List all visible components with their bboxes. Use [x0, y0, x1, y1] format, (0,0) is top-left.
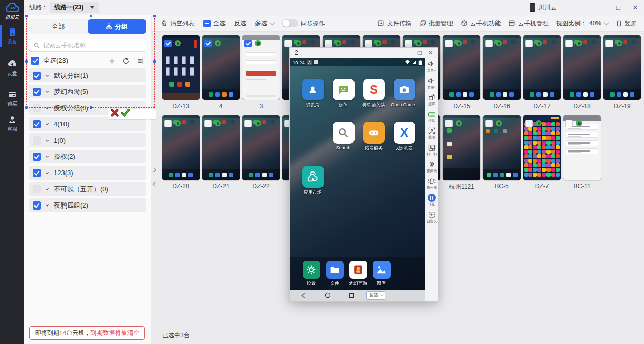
collapse-groups-icon[interactable]	[137, 57, 144, 65]
group-row[interactable]: 梦幻西游(5)	[29, 85, 146, 98]
chevron-down-icon[interactable]	[44, 89, 50, 95]
device-thumbnail[interactable]	[483, 115, 521, 180]
device-checkbox[interactable]	[445, 120, 453, 127]
device-thumbnail[interactable]	[443, 115, 480, 180]
device-checkbox[interactable]	[605, 40, 613, 47]
tab-groups[interactable]: 分组	[88, 19, 147, 34]
invert-select-button[interactable]: 反选	[234, 19, 246, 28]
control-stop[interactable]: 停止	[428, 194, 436, 207]
select-all-toolbar[interactable]: 全选	[203, 19, 226, 28]
select-all-indeterminate-checkbox[interactable]	[203, 20, 211, 27]
group-checkbox[interactable]	[33, 136, 41, 145]
group-row[interactable]: 授权(2)	[29, 150, 146, 163]
phone-functions-button[interactable]: 云手机功能	[461, 19, 501, 28]
device-thumbnail[interactable]	[483, 35, 521, 100]
control-volume-up[interactable]: 音量+	[426, 60, 437, 73]
refresh-icon[interactable]	[122, 57, 130, 65]
device-checkbox[interactable]	[405, 40, 412, 47]
device-checkbox[interactable]	[204, 120, 212, 127]
add-group-icon[interactable]	[108, 57, 116, 65]
device-thumbnail[interactable]	[603, 35, 641, 100]
group-checkbox[interactable]	[33, 201, 41, 210]
device-thumbnail[interactable]	[563, 35, 601, 100]
sync-operation-toggle[interactable]: 同步操作	[282, 19, 325, 28]
app-contacts-icon[interactable]: 通讯录	[299, 79, 327, 109]
group-row[interactable]: 123(3)	[29, 166, 146, 180]
device-checkbox[interactable]	[244, 40, 252, 47]
device-checkbox[interactable]	[164, 40, 172, 47]
phone-maximize-button[interactable]: □	[418, 49, 422, 56]
clear-list-button[interactable]: 清空列表	[160, 19, 195, 28]
group-row[interactable]: 不可以（五开）(0)	[29, 182, 146, 196]
group-checkbox[interactable]	[33, 169, 41, 177]
control-webcam[interactable]: 摄像头	[426, 160, 438, 174]
device-checkbox[interactable]	[204, 40, 212, 47]
annotation-confirm-icon[interactable]	[121, 108, 130, 117]
select-all-checkbox[interactable]	[31, 57, 39, 65]
expand-right-icon[interactable]	[152, 166, 157, 174]
phone-window-titlebar[interactable]: 2 – □ ✕	[289, 47, 438, 58]
control-custom[interactable]: 自定义	[426, 211, 438, 224]
device-checkbox[interactable]	[525, 40, 533, 47]
portrait-button[interactable]: 竖屏	[616, 19, 637, 28]
phone-manage-button[interactable]: 云手机管理	[508, 19, 549, 28]
device-checkbox[interactable]	[325, 40, 332, 47]
chevron-down-icon[interactable]	[44, 121, 50, 127]
chevron-down-icon[interactable]	[44, 137, 50, 144]
device-thumbnail[interactable]	[162, 115, 200, 180]
group-checkbox[interactable]	[33, 120, 41, 128]
nav-recent-button[interactable]	[348, 292, 355, 299]
device-thumbnail[interactable]	[523, 115, 561, 180]
chevron-down-icon[interactable]	[44, 170, 50, 176]
collapse-left-icon[interactable]	[152, 181, 157, 188]
group-checkbox[interactable]	[33, 153, 41, 161]
group-checkbox[interactable]	[33, 72, 41, 80]
control-volume-down[interactable]: 音量-	[427, 77, 436, 90]
control-shake[interactable]: 摇一摇	[426, 177, 438, 190]
control-rotate[interactable]: 旋屏	[428, 93, 436, 107]
sidebar-item-购买[interactable]: 购买	[0, 89, 24, 108]
device-checkbox[interactable]	[565, 120, 573, 127]
phone-screen[interactable]: 10:24 A 通讯录短信S搜狗输入法Open Came..Search拓展服务…	[290, 58, 425, 301]
batch-manage-button[interactable]: 批量管理	[419, 19, 453, 28]
chevron-down-icon[interactable]	[44, 154, 50, 160]
nav-home-button[interactable]	[324, 292, 331, 299]
device-checkbox[interactable]	[485, 40, 493, 47]
group-row[interactable]: 1(0)	[29, 133, 146, 147]
app-gamepad-icon[interactable]: 拓展服务	[360, 122, 388, 152]
device-checkbox[interactable]	[244, 120, 252, 127]
sidebar-item-设备[interactable]: 设备	[0, 27, 24, 45]
app-search-icon[interactable]: Search	[329, 122, 358, 150]
device-thumbnail[interactable]	[563, 115, 601, 180]
line-select[interactable]: 线路一(23)	[50, 2, 99, 13]
device-checkbox[interactable]	[164, 120, 172, 127]
dock-settings-icon[interactable]: 设置	[300, 261, 323, 287]
app-xbrowser-icon[interactable]: XX浏览器	[390, 122, 418, 152]
dock-gallery-icon[interactable]: 图库	[370, 261, 393, 287]
group-checkbox[interactable]	[33, 185, 41, 193]
device-thumbnail[interactable]	[242, 115, 280, 180]
annotation-cancel-icon[interactable]	[110, 108, 119, 117]
device-thumbnail[interactable]	[523, 35, 561, 100]
device-thumbnail[interactable]	[202, 35, 240, 100]
device-checkbox[interactable]	[485, 120, 493, 127]
group-checkbox[interactable]	[33, 88, 41, 96]
quality-select[interactable]: 超清	[366, 291, 385, 300]
chevron-down-icon[interactable]	[44, 186, 50, 192]
chevron-down-icon[interactable]	[44, 202, 50, 209]
tab-all[interactable]: 全部	[29, 19, 88, 34]
toggle-off-icon[interactable]	[282, 19, 298, 27]
multi-select-button[interactable]: 多选	[255, 19, 274, 28]
group-row[interactable]: 夜鸦四组(2)	[29, 198, 146, 212]
device-checkbox[interactable]	[445, 40, 453, 47]
group-checkbox[interactable]	[33, 104, 41, 112]
maximize-button[interactable]: □	[609, 4, 627, 11]
device-thumbnail[interactable]	[443, 35, 480, 100]
device-checkbox[interactable]	[565, 40, 573, 47]
file-transfer-button[interactable]: 文件传输	[377, 19, 411, 28]
control-screenshot[interactable]: 截图	[428, 127, 436, 140]
close-button[interactable]: ✕	[627, 4, 644, 11]
app-sms-icon[interactable]: 短信	[329, 79, 358, 109]
nav-back-button[interactable]	[300, 292, 307, 299]
device-thumbnail[interactable]	[162, 35, 200, 100]
